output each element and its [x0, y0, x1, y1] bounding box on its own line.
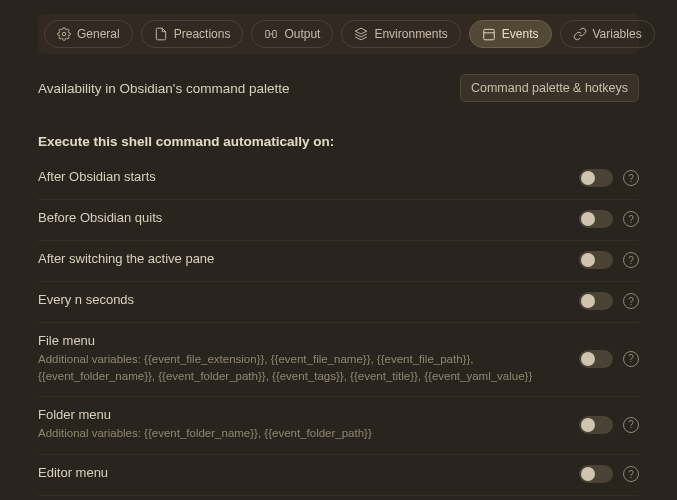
link-icon — [573, 27, 587, 41]
event-title: Editor menu — [38, 465, 561, 480]
event-toggle[interactable] — [579, 251, 613, 269]
tab-label: Preactions — [174, 27, 231, 41]
help-icon[interactable]: ? — [623, 293, 639, 309]
event-title: After Obsidian starts — [38, 169, 561, 184]
event-controls: ? — [579, 169, 639, 187]
event-title: After switching the active pane — [38, 251, 561, 266]
tab-preactions[interactable]: Preactions — [141, 20, 244, 48]
event-toggle[interactable] — [579, 350, 613, 368]
event-toggle[interactable] — [579, 169, 613, 187]
tab-label: Environments — [374, 27, 447, 41]
event-text: After Obsidian starts — [38, 169, 561, 187]
svg-rect-4 — [484, 29, 495, 39]
event-description: Additional variables: {{event_folder_nam… — [38, 425, 561, 442]
event-row-editor-menu: Editor menu? — [38, 455, 639, 496]
event-toggle[interactable] — [579, 416, 613, 434]
availability-label: Availability in Obsidian's command palet… — [38, 81, 289, 96]
gear-icon — [57, 27, 71, 41]
svg-rect-2 — [273, 31, 277, 38]
event-text: Every n seconds — [38, 292, 561, 310]
file-icon — [154, 27, 168, 41]
event-row-every-n: Every n seconds? — [38, 282, 639, 323]
help-icon[interactable]: ? — [623, 466, 639, 482]
event-title: Folder menu — [38, 407, 561, 422]
availability-dropdown[interactable]: Command palette & hotkeys — [460, 74, 639, 102]
tab-label: General — [77, 27, 120, 41]
events-list: After Obsidian starts?Before Obsidian qu… — [38, 159, 639, 496]
help-icon[interactable]: ? — [623, 351, 639, 367]
help-icon[interactable]: ? — [623, 417, 639, 433]
tab-events[interactable]: Events — [469, 20, 552, 48]
event-text: File menuAdditional variables: {{event_f… — [38, 333, 561, 384]
output-icon — [264, 27, 278, 41]
svg-rect-1 — [266, 31, 270, 38]
tab-output[interactable]: Output — [251, 20, 333, 48]
help-icon[interactable]: ? — [623, 211, 639, 227]
tab-general[interactable]: General — [44, 20, 133, 48]
event-title: Every n seconds — [38, 292, 561, 307]
event-row-after-start: After Obsidian starts? — [38, 159, 639, 200]
event-title: File menu — [38, 333, 561, 348]
event-text: After switching the active pane — [38, 251, 561, 269]
availability-row: Availability in Obsidian's command palet… — [38, 68, 639, 116]
tab-label: Variables — [593, 27, 642, 41]
event-controls: ? — [579, 465, 639, 483]
event-toggle[interactable] — [579, 465, 613, 483]
event-row-switch-pane: After switching the active pane? — [38, 241, 639, 282]
event-controls: ? — [579, 350, 639, 368]
event-description: Additional variables: {{event_file_exten… — [38, 351, 561, 384]
events-section-heading: Execute this shell command automatically… — [38, 134, 639, 149]
calendar-icon — [482, 27, 496, 41]
event-row-folder-menu: Folder menuAdditional variables: {{event… — [38, 397, 639, 455]
help-icon[interactable]: ? — [623, 170, 639, 186]
event-controls: ? — [579, 416, 639, 434]
event-text: Before Obsidian quits — [38, 210, 561, 228]
event-toggle[interactable] — [579, 292, 613, 310]
tab-variables[interactable]: Variables — [560, 20, 655, 48]
event-toggle[interactable] — [579, 210, 613, 228]
event-text: Editor menu — [38, 465, 561, 483]
tab-label: Events — [502, 27, 539, 41]
event-row-before-quit: Before Obsidian quits? — [38, 200, 639, 241]
event-row-file-menu: File menuAdditional variables: {{event_f… — [38, 323, 639, 397]
layers-icon — [354, 27, 368, 41]
event-controls: ? — [579, 251, 639, 269]
svg-marker-3 — [356, 28, 368, 34]
event-controls: ? — [579, 210, 639, 228]
event-controls: ? — [579, 292, 639, 310]
event-title: Before Obsidian quits — [38, 210, 561, 225]
svg-point-0 — [62, 32, 66, 36]
help-icon[interactable]: ? — [623, 252, 639, 268]
tab-environments[interactable]: Environments — [341, 20, 460, 48]
tabs-row: General Preactions Output Environments E… — [38, 14, 639, 54]
event-text: Folder menuAdditional variables: {{event… — [38, 407, 561, 442]
tab-label: Output — [284, 27, 320, 41]
